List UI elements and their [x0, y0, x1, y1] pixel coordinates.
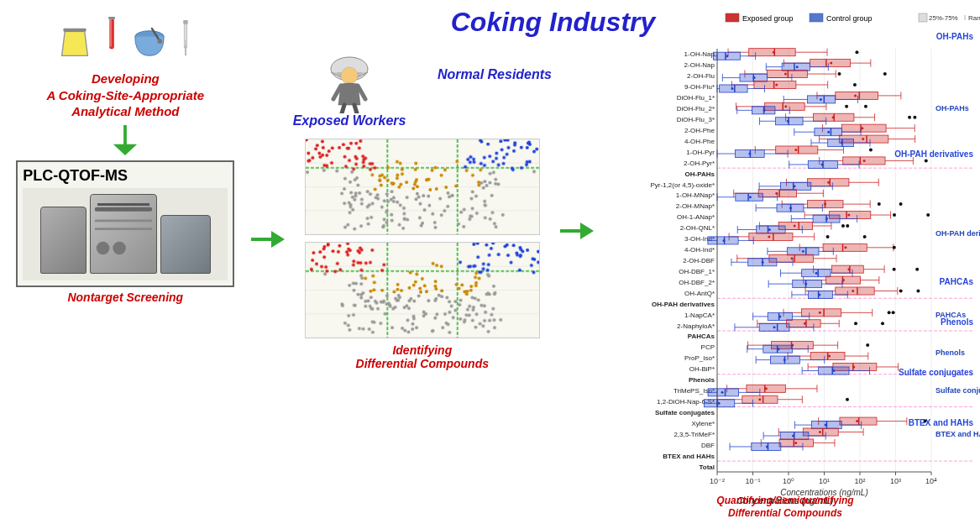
svg-marker-17	[113, 144, 137, 155]
arrow-right-1	[251, 0, 285, 529]
cat-label-pahcas: PAHCAs	[940, 277, 973, 286]
cat-label-oh-pah-deriv: OH-PAH derivatives	[894, 149, 973, 159]
svg-point-27	[341, 67, 358, 84]
box-chart-canvas	[595, 7, 980, 522]
mortar-icon	[131, 27, 168, 59]
svg-rect-19	[95, 219, 152, 222]
chart-wrapper: Concentrations (ng/mL) OH-PAHs OH-PAH de…	[595, 7, 975, 522]
test-tube-icon	[102, 17, 121, 59]
cat-label-btex: BTEX and HAHs	[909, 418, 973, 427]
svg-point-9	[158, 39, 163, 44]
method-line3: Analytical Method	[46, 103, 204, 120]
cat-label-sulfate: Sulfate conjugates	[899, 368, 973, 377]
quantifying-label: Quantifying/Semiquantifying Differential…	[595, 495, 975, 521]
svg-marker-24	[271, 231, 285, 248]
worker-icon	[320, 50, 379, 113]
normal-residents-section: Normal Residents	[438, 50, 552, 82]
svg-rect-3	[108, 17, 115, 19]
nontarget-label: Nontarget Screening	[67, 291, 183, 304]
svg-point-21	[97, 242, 110, 255]
ms-component-1	[40, 207, 86, 274]
machine-image	[23, 188, 228, 280]
page-title: Coking Industry	[451, 7, 656, 37]
arrow-right-2	[560, 0, 594, 529]
cat-label-phenols: Phenols	[941, 317, 973, 327]
svg-line-31	[354, 105, 357, 113]
machine-box: PLC-QTOF-MS	[16, 160, 234, 287]
svg-marker-33	[580, 223, 594, 239]
middle-panel: Exposed Workers Normal Residents Identif…	[285, 0, 560, 529]
main-container: Coking Industry	[0, 0, 980, 529]
ms-component-2	[90, 194, 157, 274]
ms-component-3	[160, 215, 211, 274]
volcano-plot-2	[305, 242, 540, 338]
volcano-plot-1	[305, 139, 540, 235]
identifying-label: Identifying Differential Compounds	[356, 343, 489, 370]
vial-icon	[178, 20, 193, 59]
cat-label-oh-pahs: OH-PAHs	[936, 32, 973, 41]
svg-point-22	[113, 242, 126, 255]
volcano-canvas-1	[306, 139, 539, 234]
title-section: Coking Industry	[319, 7, 787, 38]
method-text: Developing A Coking-Site-Appropriate Ana…	[46, 71, 204, 120]
volcano-plots	[305, 139, 540, 338]
beaker-icon	[57, 27, 92, 59]
lab-tools-row	[57, 17, 193, 59]
arrow-down	[113, 125, 138, 155]
normal-residents-label: Normal Residents	[438, 67, 552, 82]
exposed-workers-section: Exposed Workers	[293, 50, 406, 128]
volcano-canvas-2	[306, 243, 539, 338]
left-panel: Developing A Coking-Site-Appropriate Ana…	[0, 0, 251, 529]
svg-line-30	[342, 105, 344, 113]
svg-rect-6	[109, 19, 112, 47]
method-line1: Developing	[46, 71, 204, 87]
svg-rect-18	[95, 207, 152, 212]
svg-point-13	[184, 45, 187, 49]
ms-machine-illustration	[40, 194, 211, 274]
right-panel: Concentrations (ng/mL) OH-PAHs OH-PAH de…	[594, 0, 980, 529]
svg-rect-10	[184, 20, 189, 24]
svg-rect-20	[95, 228, 152, 230]
machine-label: PLC-QTOF-MS	[23, 167, 228, 185]
method-line2: A Coking-Site-Appropriate	[46, 87, 204, 104]
exposed-workers-label: Exposed Workers	[293, 113, 406, 128]
svg-marker-1	[62, 31, 88, 55]
